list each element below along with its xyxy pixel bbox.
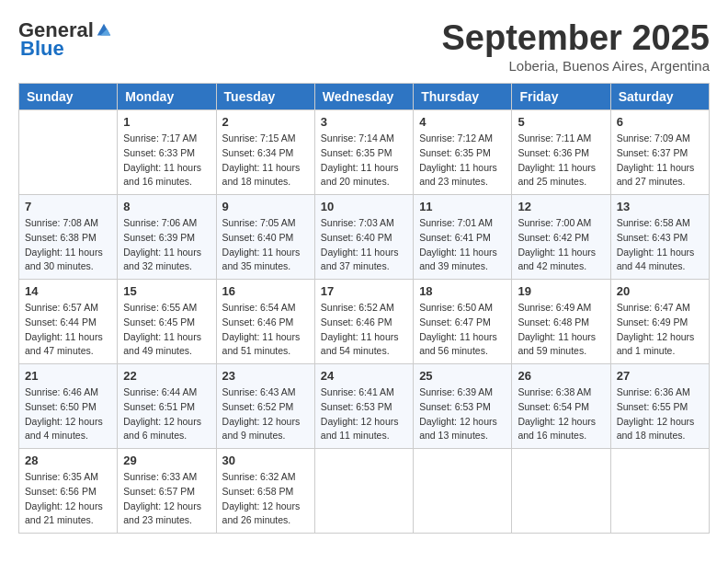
day-number: 9 — [222, 200, 309, 213]
calendar-week-row: 1Sunrise: 7:17 AM Sunset: 6:33 PM Daylig… — [19, 110, 710, 195]
calendar-cell — [610, 449, 709, 534]
calendar-cell: 10Sunrise: 7:03 AM Sunset: 6:40 PM Dayli… — [314, 195, 413, 280]
day-info: Sunrise: 6:32 AM Sunset: 6:58 PM Dayligh… — [222, 470, 309, 528]
day-info: Sunrise: 6:46 AM Sunset: 6:50 PM Dayligh… — [25, 385, 111, 443]
calendar-cell: 21Sunrise: 6:46 AM Sunset: 6:50 PM Dayli… — [19, 364, 118, 449]
day-info: Sunrise: 7:00 AM Sunset: 6:42 PM Dayligh… — [518, 216, 604, 274]
day-number: 30 — [222, 454, 309, 467]
day-number: 22 — [123, 369, 210, 383]
day-number: 24 — [321, 369, 407, 383]
calendar-cell — [19, 110, 118, 195]
header-tuesday: Tuesday — [216, 84, 314, 110]
calendar-cell — [512, 449, 610, 534]
day-info: Sunrise: 7:15 AM Sunset: 6:34 PM Dayligh… — [222, 132, 309, 190]
logo: General Blue — [18, 18, 112, 61]
day-info: Sunrise: 6:49 AM Sunset: 6:48 PM Dayligh… — [518, 301, 604, 359]
day-number: 29 — [123, 454, 210, 467]
calendar-cell: 2Sunrise: 7:15 AM Sunset: 6:34 PM Daylig… — [216, 110, 314, 195]
calendar-cell: 1Sunrise: 7:17 AM Sunset: 6:33 PM Daylig… — [118, 110, 216, 195]
calendar-week-row: 28Sunrise: 6:35 AM Sunset: 6:56 PM Dayli… — [19, 449, 710, 534]
day-number: 26 — [518, 369, 604, 383]
day-info: Sunrise: 7:01 AM Sunset: 6:41 PM Dayligh… — [419, 216, 506, 274]
day-number: 2 — [222, 115, 309, 129]
calendar-cell: 5Sunrise: 7:11 AM Sunset: 6:36 PM Daylig… — [512, 110, 610, 195]
month-title: September 2025 — [442, 18, 711, 58]
calendar-cell: 24Sunrise: 6:41 AM Sunset: 6:53 PM Dayli… — [314, 364, 413, 449]
day-number: 4 — [419, 115, 506, 129]
logo-icon — [96, 22, 112, 39]
day-number: 21 — [25, 369, 111, 383]
calendar-week-row: 21Sunrise: 6:46 AM Sunset: 6:50 PM Dayli… — [19, 364, 710, 449]
page-header: General Blue September 2025 Loberia, Bue… — [18, 18, 710, 74]
day-number: 3 — [321, 115, 407, 129]
day-info: Sunrise: 6:52 AM Sunset: 6:46 PM Dayligh… — [321, 301, 407, 359]
calendar-cell: 22Sunrise: 6:44 AM Sunset: 6:51 PM Dayli… — [118, 364, 216, 449]
calendar-cell: 19Sunrise: 6:49 AM Sunset: 6:48 PM Dayli… — [512, 280, 610, 364]
day-info: Sunrise: 6:41 AM Sunset: 6:53 PM Dayligh… — [321, 385, 407, 443]
day-info: Sunrise: 6:57 AM Sunset: 6:44 PM Dayligh… — [25, 301, 111, 359]
day-number: 25 — [419, 369, 506, 383]
day-info: Sunrise: 6:39 AM Sunset: 6:53 PM Dayligh… — [419, 385, 506, 443]
day-info: Sunrise: 6:50 AM Sunset: 6:47 PM Dayligh… — [419, 301, 506, 359]
day-info: Sunrise: 7:06 AM Sunset: 6:39 PM Dayligh… — [123, 216, 210, 274]
calendar-cell: 28Sunrise: 6:35 AM Sunset: 6:56 PM Dayli… — [19, 449, 118, 534]
day-number: 28 — [25, 454, 111, 467]
day-info: Sunrise: 6:58 AM Sunset: 6:43 PM Dayligh… — [617, 216, 703, 274]
calendar-cell: 11Sunrise: 7:01 AM Sunset: 6:41 PM Dayli… — [414, 195, 512, 280]
calendar-cell: 25Sunrise: 6:39 AM Sunset: 6:53 PM Dayli… — [414, 364, 512, 449]
calendar-cell: 26Sunrise: 6:38 AM Sunset: 6:54 PM Dayli… — [512, 364, 610, 449]
day-number: 15 — [123, 284, 210, 298]
day-number: 5 — [518, 115, 604, 129]
calendar-cell — [414, 449, 512, 534]
calendar-cell: 7Sunrise: 7:08 AM Sunset: 6:38 PM Daylig… — [19, 195, 118, 280]
day-info: Sunrise: 6:44 AM Sunset: 6:51 PM Dayligh… — [123, 385, 210, 443]
calendar-cell: 18Sunrise: 6:50 AM Sunset: 6:47 PM Dayli… — [414, 280, 512, 364]
day-number: 20 — [617, 284, 703, 298]
day-number: 16 — [222, 284, 309, 298]
calendar-cell: 20Sunrise: 6:47 AM Sunset: 6:49 PM Dayli… — [610, 280, 709, 364]
day-info: Sunrise: 7:05 AM Sunset: 6:40 PM Dayligh… — [222, 216, 309, 274]
calendar-cell: 6Sunrise: 7:09 AM Sunset: 6:37 PM Daylig… — [610, 110, 709, 195]
day-number: 11 — [419, 200, 506, 213]
day-number: 7 — [25, 200, 111, 213]
calendar-cell: 8Sunrise: 7:06 AM Sunset: 6:39 PM Daylig… — [118, 195, 216, 280]
calendar-cell: 12Sunrise: 7:00 AM Sunset: 6:42 PM Dayli… — [512, 195, 610, 280]
calendar-cell: 13Sunrise: 6:58 AM Sunset: 6:43 PM Dayli… — [610, 195, 709, 280]
day-number: 1 — [123, 115, 210, 129]
day-number: 10 — [321, 200, 407, 213]
calendar-cell: 30Sunrise: 6:32 AM Sunset: 6:58 PM Dayli… — [216, 449, 314, 534]
day-number: 14 — [25, 284, 111, 298]
calendar-cell: 9Sunrise: 7:05 AM Sunset: 6:40 PM Daylig… — [216, 195, 314, 280]
header-friday: Friday — [512, 84, 610, 110]
day-info: Sunrise: 6:55 AM Sunset: 6:45 PM Dayligh… — [123, 301, 210, 359]
day-number: 17 — [321, 284, 407, 298]
day-info: Sunrise: 7:11 AM Sunset: 6:36 PM Dayligh… — [518, 132, 604, 190]
title-block: September 2025 Loberia, Buenos Aires, Ar… — [442, 18, 711, 74]
calendar-cell: 14Sunrise: 6:57 AM Sunset: 6:44 PM Dayli… — [19, 280, 118, 364]
calendar-week-row: 14Sunrise: 6:57 AM Sunset: 6:44 PM Dayli… — [19, 280, 710, 364]
day-info: Sunrise: 7:09 AM Sunset: 6:37 PM Dayligh… — [617, 132, 703, 190]
day-info: Sunrise: 7:17 AM Sunset: 6:33 PM Dayligh… — [123, 132, 210, 190]
day-number: 18 — [419, 284, 506, 298]
calendar-cell: 29Sunrise: 6:33 AM Sunset: 6:57 PM Dayli… — [118, 449, 216, 534]
calendar-cell: 3Sunrise: 7:14 AM Sunset: 6:35 PM Daylig… — [314, 110, 413, 195]
calendar-cell: 27Sunrise: 6:36 AM Sunset: 6:55 PM Dayli… — [610, 364, 709, 449]
logo-blue: Blue — [20, 37, 64, 61]
header-sunday: Sunday — [19, 84, 118, 110]
day-info: Sunrise: 6:36 AM Sunset: 6:55 PM Dayligh… — [617, 385, 703, 443]
day-number: 19 — [518, 284, 604, 298]
calendar-cell — [314, 449, 413, 534]
day-info: Sunrise: 6:47 AM Sunset: 6:49 PM Dayligh… — [617, 301, 703, 359]
day-number: 6 — [617, 115, 703, 129]
day-info: Sunrise: 6:35 AM Sunset: 6:56 PM Dayligh… — [25, 470, 111, 528]
day-number: 13 — [617, 200, 703, 213]
calendar-cell: 23Sunrise: 6:43 AM Sunset: 6:52 PM Dayli… — [216, 364, 314, 449]
day-info: Sunrise: 7:12 AM Sunset: 6:35 PM Dayligh… — [419, 132, 506, 190]
day-number: 27 — [617, 369, 703, 383]
calendar-cell: 17Sunrise: 6:52 AM Sunset: 6:46 PM Dayli… — [314, 280, 413, 364]
day-info: Sunrise: 6:38 AM Sunset: 6:54 PM Dayligh… — [518, 385, 604, 443]
calendar-week-row: 7Sunrise: 7:08 AM Sunset: 6:38 PM Daylig… — [19, 195, 710, 280]
header-monday: Monday — [118, 84, 216, 110]
day-number: 8 — [123, 200, 210, 213]
calendar-cell: 4Sunrise: 7:12 AM Sunset: 6:35 PM Daylig… — [414, 110, 512, 195]
